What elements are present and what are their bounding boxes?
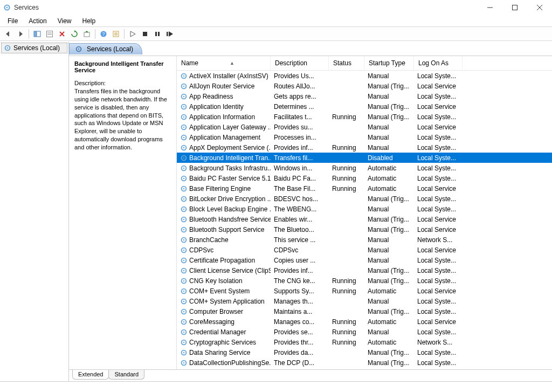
service-row[interactable]: Application Layer Gateway ...Provides su… <box>177 122 552 132</box>
service-name: Application Identity <box>189 103 244 111</box>
service-row[interactable]: Background Tasks Infrastru...Windows in.… <box>177 163 552 173</box>
refresh-button[interactable] <box>68 28 80 40</box>
properties-button[interactable] <box>44 28 56 40</box>
service-icon <box>180 277 188 285</box>
tree-root-label: Services (Local) <box>13 44 60 52</box>
service-description: Facilitates t... <box>271 113 329 121</box>
service-row[interactable]: Baidu PC Faster Service 5.1....Baidu PC … <box>177 173 552 183</box>
service-name: BitLocker Drive Encryption ... <box>189 195 271 203</box>
service-name: Bluetooth Support Service <box>189 226 264 233</box>
service-startup-type: Manual (Trig... <box>364 349 414 356</box>
service-row[interactable]: AllJoyn Router ServiceRoutes AllJo...Man… <box>177 81 552 91</box>
column-name[interactable]: Name ▲ <box>177 56 271 70</box>
stop-service-button[interactable] <box>139 28 151 40</box>
restart-service-button[interactable] <box>164 28 176 40</box>
service-row[interactable]: Credential ManagerProvides se...RunningM… <box>177 327 552 337</box>
service-row[interactable]: BitLocker Drive Encryption ...BDESVC hos… <box>177 194 552 204</box>
service-name: Credential Manager <box>189 328 246 336</box>
service-name: Block Level Backup Engine ... <box>189 205 271 213</box>
forward-button[interactable] <box>15 28 26 40</box>
service-logon: Local Syste... <box>414 154 463 162</box>
service-startup-type: Manual <box>364 134 414 141</box>
close-button[interactable] <box>527 0 552 15</box>
service-name: CNG Key Isolation <box>189 277 243 285</box>
svg-rect-28 <box>167 32 168 36</box>
service-row[interactable]: Block Level Backup Engine ...The WBENG..… <box>177 204 552 214</box>
tab-standard[interactable]: Standard <box>108 370 144 380</box>
service-status: Running <box>329 328 364 336</box>
service-row[interactable]: DataCollectionPublishingSe...The DCP (D.… <box>177 357 552 368</box>
details-panel: Background Intelligent Transfer Service … <box>69 56 177 369</box>
service-row[interactable]: Bluetooth Handsfree ServiceEnables wir..… <box>177 214 552 224</box>
service-row[interactable]: Background Intelligent Tran...Transfers … <box>177 153 552 163</box>
column-log-on-as[interactable]: Log On As <box>414 56 463 70</box>
service-row[interactable]: COM+ System ApplicationManages th...Manu… <box>177 296 552 306</box>
service-row[interactable]: AppX Deployment Service (...Provides inf… <box>177 142 552 153</box>
services-list[interactable]: Name ▲ Description Status Startup Type L… <box>177 56 552 369</box>
service-row[interactable]: Bluetooth Support ServiceThe Bluetoo...M… <box>177 224 552 235</box>
service-row[interactable]: App ReadinessGets apps re...ManualLocal … <box>177 91 552 101</box>
service-startup-type: Manual (Trig... <box>364 226 414 233</box>
maximize-button[interactable] <box>502 0 527 15</box>
column-startup-type[interactable]: Startup Type <box>364 56 414 70</box>
service-logon: Local Service <box>414 226 463 233</box>
svg-point-59 <box>183 198 184 199</box>
pause-service-button[interactable] <box>151 28 163 40</box>
menu-view[interactable]: View <box>52 16 77 26</box>
services-icon <box>4 44 11 52</box>
service-row[interactable]: BranchCacheThis service ...ManualNetwork… <box>177 235 552 245</box>
service-row[interactable]: CDPSvcCDPSvcManualLocal Service <box>177 245 552 255</box>
service-description: Maintains a... <box>271 308 329 315</box>
pane-tab[interactable]: Services (Local) <box>69 43 142 54</box>
service-row[interactable]: Computer BrowserMaintains a...Manual (Tr… <box>177 306 552 317</box>
service-row[interactable]: COM+ Event SystemSupports Sy...RunningAu… <box>177 286 552 296</box>
svg-rect-10 <box>47 31 53 37</box>
show-hide-tree-button[interactable] <box>31 28 43 40</box>
service-row[interactable]: CoreMessagingManages co...RunningAutomat… <box>177 317 552 327</box>
tree-root-item[interactable]: Services (Local) <box>1 43 67 53</box>
service-logon: Network S... <box>414 236 463 244</box>
service-description: Provides se... <box>271 328 329 336</box>
service-row[interactable]: Client License Service (ClipS...Provides… <box>177 265 552 276</box>
service-row[interactable]: Application ManagementProcesses in...Man… <box>177 132 552 142</box>
service-logon: Local Syste... <box>414 195 463 203</box>
service-row[interactable]: Cryptographic ServicesProvides thr...Run… <box>177 337 552 347</box>
back-button[interactable] <box>2 28 14 40</box>
service-description: Provides inf... <box>271 267 329 274</box>
service-name: Bluetooth Handsfree Service <box>189 216 271 223</box>
start-service-button[interactable] <box>127 28 139 40</box>
svg-point-31 <box>7 47 8 49</box>
service-row[interactable]: Application IdentityDetermines ...Manual… <box>177 101 552 112</box>
titlebar: Services <box>0 0 552 15</box>
service-icon <box>180 205 188 213</box>
service-logon: Local Syste... <box>414 113 463 121</box>
service-logon: Local Service <box>414 287 463 295</box>
tab-extended[interactable]: Extended <box>72 370 109 380</box>
svg-point-33 <box>78 48 79 49</box>
list-button[interactable] <box>110 28 122 40</box>
column-status[interactable]: Status <box>329 56 364 70</box>
service-status: Running <box>329 287 364 295</box>
menu-help[interactable]: Help <box>77 16 101 26</box>
service-startup-type: Manual <box>364 93 414 100</box>
service-row[interactable]: Base Filtering EngineThe Base Fil...Runn… <box>177 183 552 194</box>
console-tree[interactable]: Services (Local) <box>0 42 69 381</box>
service-row[interactable]: Certificate PropagationCopies user ...Ma… <box>177 255 552 265</box>
service-row[interactable]: CNG Key IsolationThe CNG ke...RunningMan… <box>177 276 552 286</box>
column-description[interactable]: Description <box>271 56 329 70</box>
service-description: The Base Fil... <box>271 185 329 192</box>
service-startup-type: Automatic <box>364 164 414 172</box>
delete-button[interactable] <box>56 28 68 40</box>
service-row[interactable]: ActiveX Installer (AxInstSV)Provides Us.… <box>177 71 552 81</box>
service-row[interactable]: Application InformationFacilitates t...R… <box>177 112 552 122</box>
svg-point-47 <box>183 136 184 137</box>
service-icon <box>180 349 188 356</box>
service-row[interactable]: Data Sharing ServiceProvides da...Manual… <box>177 347 552 357</box>
export-button[interactable] <box>81 28 93 40</box>
minimize-button[interactable] <box>478 0 502 15</box>
menu-file[interactable]: File <box>2 16 23 26</box>
svg-marker-24 <box>130 31 135 37</box>
help-button[interactable]: ? <box>98 28 109 40</box>
menu-action[interactable]: Action <box>23 16 52 26</box>
service-name: COM+ Event System <box>189 287 250 295</box>
